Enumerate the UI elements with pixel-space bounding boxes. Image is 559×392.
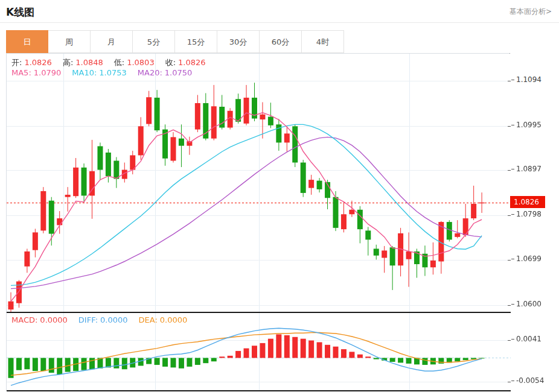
page-header: K线图 基本面分析>: [0, 0, 559, 23]
legend-item: 收:1.0826: [165, 58, 208, 67]
kline-chart-canvas[interactable]: [7, 54, 511, 391]
axis-tick-label: 1.0600: [511, 300, 541, 308]
legend-item: 低:1.0803: [114, 58, 157, 67]
axis-tick-label: 1.1094: [511, 75, 541, 84]
axis-tick-label: 1.0798: [511, 210, 541, 218]
fundamental-analysis-link[interactable]: 基本面分析>: [509, 7, 552, 17]
tab-4hour[interactable]: 4时: [302, 30, 344, 53]
kline-page: K线图 基本面分析> 日周月5分15分30分60分4时 开:1.0826高:1.…: [0, 0, 559, 392]
macd-legend: MACD:0.0000DIFF:0.0000DEA:0.0000: [11, 315, 198, 324]
legend-item: DEA:0.0000: [139, 315, 190, 324]
legend-item: MA20:1.0750: [138, 68, 195, 77]
tab-30min[interactable]: 30分: [217, 30, 260, 53]
chart-container: 开:1.0826高:1.0848低:1.0803收:1.0826 MA5:1.0…: [6, 53, 510, 391]
tab-week[interactable]: 周: [48, 30, 91, 53]
axis-tick-label: -0.0054: [511, 376, 544, 385]
tab-5min[interactable]: 5分: [133, 30, 175, 53]
axis-tick-label: 0.0041: [511, 335, 541, 343]
legend-item: 高:1.0848: [63, 58, 106, 67]
legend-item: MA10:1.0753: [72, 68, 129, 77]
current-price-badge: 1.0826: [510, 196, 545, 208]
ma-legend: MA5:1.0790MA10:1.0753MA20:1.0750: [11, 68, 203, 77]
legend-item: MA5:1.0790: [11, 68, 63, 77]
tab-60min[interactable]: 60分: [260, 30, 302, 53]
tab-month[interactable]: 月: [91, 30, 133, 53]
tab-15min[interactable]: 15分: [175, 30, 217, 53]
legend-item: MACD:0.0000: [11, 315, 70, 324]
tab-day[interactable]: 日: [6, 30, 48, 53]
ohlc-legend: 开:1.0826高:1.0848低:1.0803收:1.0826: [11, 57, 217, 68]
axis-tick-label: 1.0897: [511, 165, 541, 173]
axis-tick-label: 1.0995: [511, 121, 541, 129]
period-tabs: 日周月5分15分30分60分4时: [6, 30, 344, 53]
legend-item: 开:1.0826: [11, 58, 54, 67]
legend-item: DIFF:0.0000: [78, 315, 130, 324]
page-title: K线图: [6, 5, 34, 19]
axis-tick-label: 1.0699: [511, 254, 541, 263]
